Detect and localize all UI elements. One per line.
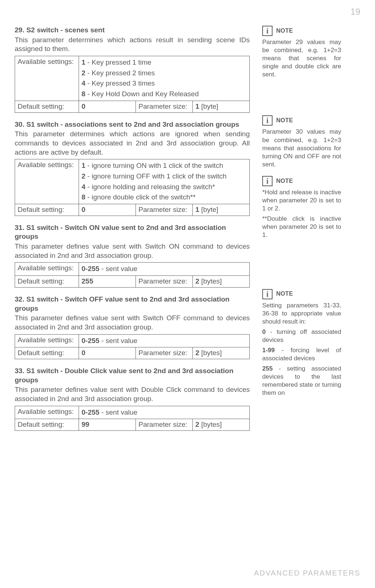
param-description: This parameter defines value sent with S… — [15, 314, 250, 332]
available-settings-label: Available settings: — [15, 334, 79, 347]
param-table: Available settings: 1 - Key pressed 1 ti… — [15, 56, 250, 112]
parameter-size-label: Parameter size: — [136, 419, 193, 431]
param-table: Available settings: 0-255 - sent value D… — [15, 262, 250, 287]
note-label: NOTE — [276, 27, 293, 35]
note-text: *Hold and release is inactive when param… — [262, 188, 341, 213]
available-settings-label: Available settings: — [15, 406, 79, 419]
info-icon: i — [262, 115, 273, 126]
available-settings-label: Available settings: — [15, 56, 79, 101]
parameter-size-label: Parameter size: — [136, 204, 193, 216]
parameter-size-value: 2 [bytes] — [193, 347, 250, 359]
param-title: 31. S1 switch - Switch ON value sent to … — [15, 223, 250, 241]
note-text: Parameter 29 values may be combined, e.g… — [262, 38, 341, 79]
note-text: 1-99 - forcing level of associated devic… — [262, 346, 341, 362]
param-section-32: 32. S1 switch - Switch OFF value sent to… — [15, 295, 250, 359]
param-title: 32. S1 switch - Switch OFF value sent to… — [15, 295, 250, 313]
default-setting-label: Default setting: — [15, 347, 79, 359]
page-number: 19 — [350, 6, 360, 17]
default-setting-label: Default setting: — [15, 204, 79, 216]
note-31-33: i NOTE Setting parameters 31-33, 36-38 t… — [262, 289, 341, 397]
default-setting-value: 0 — [79, 204, 136, 216]
parameter-size-value: 2 [bytes] — [193, 276, 250, 288]
note-text: **Double click is inac­tive when paramet… — [262, 215, 341, 239]
available-settings-value: 0-255 - sent value — [79, 263, 250, 276]
param-title: 33. S1 switch - Double Click value sent … — [15, 367, 250, 385]
info-icon: i — [262, 176, 273, 186]
default-setting-value: 0 — [79, 101, 136, 112]
note-30: i NOTE Parameter 30 values may be combin… — [262, 115, 341, 168]
param-section-31: 31. S1 switch - Switch ON value sent to … — [15, 223, 250, 288]
parameter-size-value: 1 [byte] — [193, 204, 250, 216]
default-setting-label: Default setting: — [15, 276, 79, 288]
param-table: Available settings: 0-255 - sent value D… — [15, 406, 250, 431]
param-description: This parameter defines value sent with D… — [15, 385, 250, 403]
param-table: Available settings: 0-255 - sent value D… — [15, 334, 250, 359]
available-settings-label: Available settings: — [15, 159, 79, 204]
param-section-30: 30. S1 switch - associations sent to 2nd… — [15, 120, 250, 216]
main-column: 29. S2 switch - scenes sent This paramet… — [15, 26, 250, 438]
parameter-size-label: Parameter size: — [136, 276, 193, 288]
available-settings-value: 1 - ignore turning ON with 1 click of th… — [79, 159, 250, 204]
param-description: This parameter determines which actions … — [15, 36, 250, 54]
note-text: Parameter 30 values may be combined, e.g… — [262, 128, 341, 168]
parameter-size-value: 1 [byte] — [193, 101, 250, 112]
param-title: 29. S2 switch - scenes sent — [15, 26, 250, 35]
default-setting-value: 0 — [79, 347, 136, 359]
available-settings-label: Available settings: — [15, 263, 79, 276]
info-icon: i — [262, 26, 273, 36]
note-label: NOTE — [276, 177, 293, 185]
param-section-33: 33. S1 switch - Double Click value sent … — [15, 367, 250, 431]
param-section-29: 29. S2 switch - scenes sent This paramet… — [15, 26, 250, 113]
info-icon: i — [262, 289, 273, 299]
param-table: Available settings: 1 - ignore turning O… — [15, 159, 250, 216]
param-description: This parameter defines value sent with S… — [15, 242, 250, 260]
param-description: This parameter determines which actions … — [15, 130, 250, 157]
note-text: Setting parameters 31-33, 36-38 to appro… — [262, 302, 341, 326]
param-title: 30. S1 switch - associations sent to 2nd… — [15, 120, 250, 129]
available-settings-value: 1 - Key pressed 1 time 2 - Key pressed 2… — [79, 56, 250, 101]
default-setting-label: Default setting: — [15, 419, 79, 431]
available-settings-value: 0-255 - sent value — [79, 334, 250, 347]
default-setting-value: 255 — [79, 276, 136, 288]
default-setting-value: 99 — [79, 419, 136, 431]
side-column: i NOTE Parameter 29 values may be combin… — [262, 26, 341, 438]
note-30-footnotes: i NOTE *Hold and release is inactive whe… — [262, 176, 341, 239]
parameter-size-value: 2 [bytes] — [193, 419, 250, 431]
note-text: 255 - setting associat­ed devices to the… — [262, 365, 341, 397]
page-footer: ADVANCED PARAMETERS — [254, 568, 360, 578]
parameter-size-label: Parameter size: — [136, 347, 193, 359]
note-label: NOTE — [276, 117, 293, 125]
parameter-size-label: Parameter size: — [136, 101, 193, 112]
note-label: NOTE — [276, 290, 293, 298]
default-setting-label: Default setting: — [15, 101, 79, 112]
note-text: 0 - turning off associ­ated devices — [262, 328, 341, 344]
note-29: i NOTE Parameter 29 values may be combin… — [262, 26, 341, 79]
available-settings-value: 0-255 - sent value — [79, 406, 250, 419]
